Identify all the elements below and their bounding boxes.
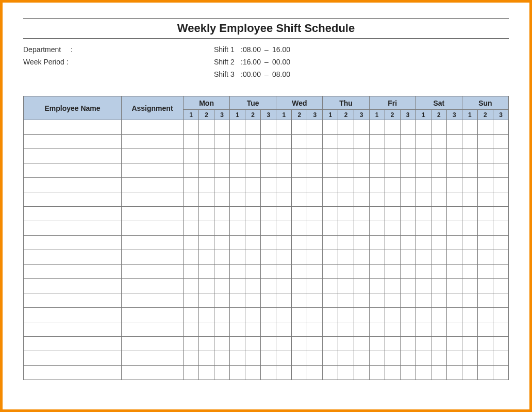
assignment-cell[interactable] (122, 163, 184, 178)
employee-name-cell[interactable] (24, 221, 122, 236)
shift-cell[interactable] (385, 265, 400, 279)
shift-cell[interactable] (385, 149, 400, 163)
shift-cell[interactable] (245, 236, 261, 250)
shift-cell[interactable] (477, 293, 493, 308)
shift-cell[interactable] (230, 265, 245, 279)
shift-cell[interactable] (245, 207, 261, 221)
shift-cell[interactable] (462, 337, 477, 351)
shift-cell[interactable] (230, 279, 245, 293)
shift-cell[interactable] (369, 149, 385, 163)
shift-cell[interactable] (307, 366, 323, 380)
shift-cell[interactable] (462, 192, 477, 207)
shift-cell[interactable] (214, 351, 230, 366)
shift-cell[interactable] (276, 236, 292, 250)
shift-cell[interactable] (400, 366, 415, 380)
assignment-cell[interactable] (122, 308, 184, 322)
shift-cell[interactable] (493, 149, 508, 163)
shift-cell[interactable] (446, 293, 462, 308)
shift-cell[interactable] (199, 163, 214, 178)
shift-cell[interactable] (385, 221, 400, 236)
shift-cell[interactable] (230, 163, 245, 178)
shift-cell[interactable] (493, 120, 508, 135)
employee-name-cell[interactable] (24, 265, 122, 279)
shift-cell[interactable] (369, 135, 385, 149)
shift-cell[interactable] (307, 163, 323, 178)
shift-cell[interactable] (446, 236, 462, 250)
shift-cell[interactable] (477, 279, 493, 293)
shift-cell[interactable] (338, 135, 354, 149)
shift-cell[interactable] (307, 265, 323, 279)
shift-cell[interactable] (338, 149, 354, 163)
shift-cell[interactable] (276, 178, 292, 192)
shift-cell[interactable] (184, 120, 199, 135)
shift-cell[interactable] (477, 265, 493, 279)
shift-cell[interactable] (230, 178, 245, 192)
shift-cell[interactable] (199, 322, 214, 337)
shift-cell[interactable] (493, 351, 508, 366)
shift-cell[interactable] (323, 351, 338, 366)
assignment-cell[interactable] (122, 265, 184, 279)
shift-cell[interactable] (477, 135, 493, 149)
shift-cell[interactable] (245, 366, 261, 380)
shift-cell[interactable] (261, 337, 276, 351)
shift-cell[interactable] (477, 250, 493, 265)
shift-cell[interactable] (354, 207, 369, 221)
assignment-cell[interactable] (122, 337, 184, 351)
shift-cell[interactable] (477, 322, 493, 337)
shift-cell[interactable] (276, 163, 292, 178)
shift-cell[interactable] (354, 337, 369, 351)
shift-cell[interactable] (354, 163, 369, 178)
shift-cell[interactable] (214, 250, 230, 265)
shift-cell[interactable] (245, 149, 261, 163)
shift-cell[interactable] (292, 265, 307, 279)
shift-cell[interactable] (323, 221, 338, 236)
shift-cell[interactable] (431, 120, 446, 135)
shift-cell[interactable] (276, 322, 292, 337)
shift-cell[interactable] (292, 293, 307, 308)
shift-cell[interactable] (307, 308, 323, 322)
shift-cell[interactable] (245, 279, 261, 293)
shift-cell[interactable] (245, 192, 261, 207)
shift-cell[interactable] (276, 351, 292, 366)
shift-cell[interactable] (477, 366, 493, 380)
employee-name-cell[interactable] (24, 250, 122, 265)
shift-cell[interactable] (307, 279, 323, 293)
shift-cell[interactable] (245, 135, 261, 149)
shift-cell[interactable] (354, 308, 369, 322)
shift-cell[interactable] (276, 149, 292, 163)
shift-cell[interactable] (261, 322, 276, 337)
shift-cell[interactable] (462, 308, 477, 322)
shift-cell[interactable] (446, 337, 462, 351)
shift-cell[interactable] (276, 192, 292, 207)
shift-cell[interactable] (307, 207, 323, 221)
shift-cell[interactable] (184, 293, 199, 308)
shift-cell[interactable] (369, 250, 385, 265)
shift-cell[interactable] (292, 337, 307, 351)
shift-cell[interactable] (446, 135, 462, 149)
shift-cell[interactable] (214, 337, 230, 351)
shift-cell[interactable] (400, 207, 415, 221)
shift-cell[interactable] (462, 279, 477, 293)
shift-cell[interactable] (415, 366, 431, 380)
shift-cell[interactable] (462, 178, 477, 192)
shift-cell[interactable] (369, 293, 385, 308)
shift-cell[interactable] (199, 236, 214, 250)
shift-cell[interactable] (307, 135, 323, 149)
shift-cell[interactable] (446, 221, 462, 236)
shift-cell[interactable] (261, 178, 276, 192)
shift-cell[interactable] (214, 236, 230, 250)
shift-cell[interactable] (323, 120, 338, 135)
shift-cell[interactable] (446, 163, 462, 178)
shift-cell[interactable] (415, 221, 431, 236)
shift-cell[interactable] (338, 366, 354, 380)
shift-cell[interactable] (292, 236, 307, 250)
shift-cell[interactable] (323, 366, 338, 380)
shift-cell[interactable] (493, 207, 508, 221)
shift-cell[interactable] (493, 279, 508, 293)
shift-cell[interactable] (276, 337, 292, 351)
shift-cell[interactable] (493, 163, 508, 178)
shift-cell[interactable] (292, 192, 307, 207)
shift-cell[interactable] (307, 149, 323, 163)
shift-cell[interactable] (261, 308, 276, 322)
shift-cell[interactable] (446, 120, 462, 135)
